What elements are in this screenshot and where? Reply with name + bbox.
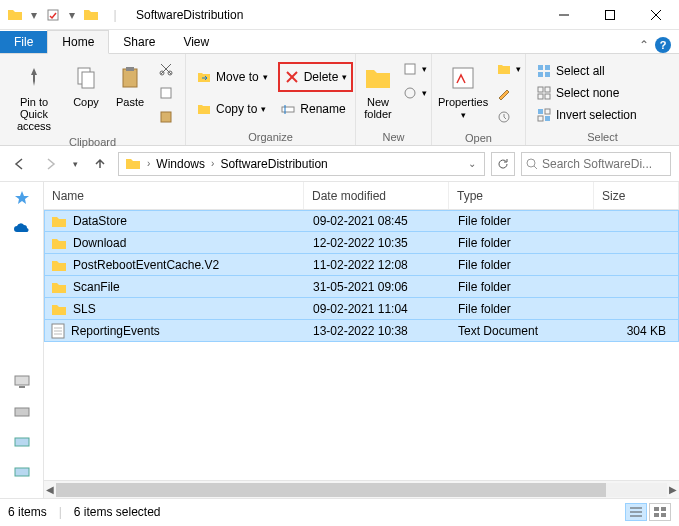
properties-button[interactable]: Properties ▾ (438, 58, 488, 120)
table-row[interactable]: ScanFile31-05-2021 09:06File folder (44, 276, 679, 298)
up-button[interactable] (88, 152, 112, 176)
move-to-button[interactable]: Move to▾ (192, 66, 272, 88)
folder-icon (51, 213, 67, 229)
folder-icon (4, 4, 26, 26)
address-bar[interactable]: › Windows › SoftwareDistribution ⌄ (118, 152, 485, 176)
file-type: File folder (450, 280, 595, 294)
onedrive-icon[interactable] (12, 218, 32, 238)
table-row[interactable]: PostRebootEventCache.V211-02-2022 12:08F… (44, 254, 679, 276)
address-dropdown-icon[interactable]: ⌄ (462, 158, 482, 169)
tab-view[interactable]: View (169, 31, 223, 53)
qat-dropdown-icon[interactable]: ▾ (28, 4, 40, 26)
drive-icon[interactable] (12, 462, 32, 482)
svg-rect-11 (161, 88, 171, 98)
table-row[interactable]: Download12-02-2022 10:35File folder (44, 232, 679, 254)
maximize-button[interactable] (587, 0, 633, 30)
pin-icon (18, 62, 50, 94)
nav-pane[interactable] (0, 182, 44, 498)
file-date: 13-02-2022 10:38 (305, 324, 450, 338)
qat-separator: | (104, 4, 126, 26)
tab-home[interactable]: Home (47, 30, 109, 54)
edit-button[interactable] (492, 82, 525, 104)
rename-button[interactable]: Rename (276, 98, 349, 120)
status-bar: 6 items | 6 items selected (0, 498, 679, 524)
paste-button[interactable]: Paste (110, 58, 150, 108)
group-label-new: New (356, 131, 431, 145)
minimize-button[interactable] (541, 0, 587, 30)
history-button[interactable] (492, 106, 525, 128)
column-date[interactable]: Date modified (304, 182, 449, 209)
tab-file[interactable]: File (0, 31, 47, 53)
file-size: 304 KB (595, 324, 678, 338)
scroll-track[interactable] (56, 483, 667, 497)
open-button[interactable]: ▾ (492, 58, 525, 80)
svg-rect-31 (538, 116, 543, 121)
scroll-right-icon[interactable]: ▶ (669, 484, 677, 495)
tab-share[interactable]: Share (109, 31, 169, 53)
delete-button[interactable]: Delete▾ (284, 66, 348, 88)
paste-shortcut-button[interactable] (154, 106, 178, 128)
chevron-down-icon: ▾ (516, 64, 521, 74)
folder-icon (51, 235, 67, 251)
details-view-button[interactable] (625, 503, 647, 521)
table-row[interactable]: DataStore09-02-2021 08:45File folder (44, 210, 679, 232)
breadcrumb-windows[interactable]: Windows (152, 157, 209, 171)
select-none-button[interactable]: Select none (532, 82, 623, 104)
breadcrumb-softwaredistribution[interactable]: SoftwareDistribution (216, 157, 331, 171)
disk-icon[interactable] (12, 402, 32, 422)
pin-to-quick-access-button[interactable]: Pin to Quick access (6, 58, 62, 132)
copy-button[interactable]: Copy (66, 58, 106, 108)
group-select: Select all Select none Invert selection … (526, 54, 679, 145)
search-box[interactable] (521, 152, 671, 176)
drive-icon[interactable] (12, 432, 32, 452)
table-row[interactable]: SLS09-02-2021 11:04File folder (44, 298, 679, 320)
forward-button[interactable] (38, 152, 62, 176)
scroll-thumb[interactable] (56, 483, 606, 497)
new-folder-button[interactable]: New folder (362, 58, 394, 120)
column-type[interactable]: Type (449, 182, 594, 209)
new-item-button[interactable]: ▾ (398, 58, 431, 80)
cut-button[interactable] (154, 58, 178, 80)
folder-icon (121, 156, 145, 172)
horizontal-scrollbar[interactable]: ◀ ▶ (44, 480, 679, 498)
paste-icon (114, 62, 146, 94)
chevron-down-icon: ▾ (261, 104, 266, 114)
item-count: 6 items (8, 505, 47, 519)
svg-rect-15 (282, 107, 294, 112)
qat-dropdown-icon[interactable]: ▾ (66, 4, 78, 26)
chevron-down-icon: ▾ (342, 72, 347, 82)
scroll-left-icon[interactable]: ◀ (46, 484, 54, 495)
svg-rect-27 (538, 94, 543, 99)
column-name[interactable]: Name (44, 182, 304, 209)
thumbnails-view-button[interactable] (649, 503, 671, 521)
close-button[interactable] (633, 0, 679, 30)
open-icon (496, 61, 512, 77)
column-size[interactable]: Size (594, 182, 679, 209)
svg-rect-25 (538, 87, 543, 92)
new-folder-icon (362, 62, 394, 94)
content-area: Name Date modified Type Size DataStore09… (0, 182, 679, 498)
svg-point-33 (527, 159, 535, 167)
recent-dropdown[interactable]: ▾ (68, 152, 82, 176)
refresh-button[interactable] (491, 152, 515, 176)
easy-access-button[interactable]: ▾ (398, 82, 431, 104)
this-pc-icon[interactable] (12, 372, 32, 392)
copy-to-button[interactable]: Copy to▾ (192, 98, 270, 120)
ribbon-collapse-icon[interactable]: ⌃ (639, 38, 649, 52)
svg-rect-8 (126, 67, 134, 71)
chevron-right-icon[interactable]: › (147, 158, 150, 169)
svg-rect-37 (15, 408, 29, 416)
help-icon[interactable]: ? (655, 37, 671, 53)
chevron-right-icon[interactable]: › (211, 158, 214, 169)
qat-properties-icon[interactable] (42, 4, 64, 26)
quick-access-toolbar: ▾ ▾ | (0, 4, 130, 26)
file-date: 09-02-2021 08:45 (305, 214, 450, 228)
chevron-down-icon: ▾ (263, 72, 268, 82)
copy-path-button[interactable] (154, 82, 178, 104)
quick-access-icon[interactable] (12, 188, 32, 208)
invert-selection-button[interactable]: Invert selection (532, 104, 641, 126)
back-button[interactable] (8, 152, 32, 176)
table-row[interactable]: ReportingEvents13-02-2022 10:38Text Docu… (44, 320, 679, 342)
select-all-button[interactable]: Select all (532, 60, 609, 82)
search-input[interactable] (542, 157, 666, 171)
